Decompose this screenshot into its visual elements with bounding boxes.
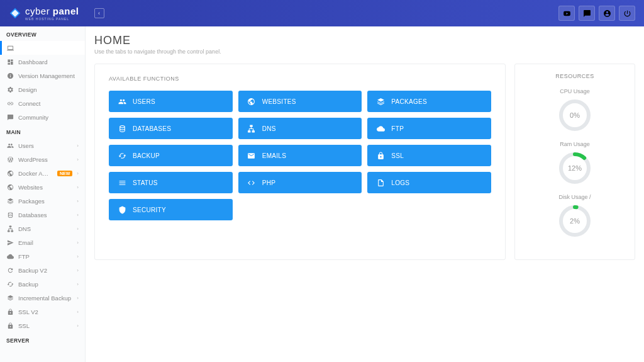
sidebar-item-version-management[interactable]: Version Management <box>0 69 85 82</box>
gauge-ring: 0% <box>558 98 592 132</box>
sidebar-item-incremental-backup[interactable]: Incremental Backup› <box>0 291 85 305</box>
bars-icon <box>118 178 126 187</box>
function-tile-logs[interactable]: LOGS <box>367 172 491 193</box>
packages-icon <box>376 97 385 106</box>
functions-card: AVAILABLE FUNCTIONS USERSWEBSITESPACKAGE… <box>94 64 506 260</box>
sidebar-item-databases[interactable]: Databases› <box>0 208 85 222</box>
youtube-icon[interactable] <box>558 6 575 21</box>
sidebar-item-label: SSL V2 <box>18 308 72 315</box>
chat-icon[interactable] <box>579 6 595 21</box>
chevron-right-icon: › <box>77 198 79 204</box>
sidebar-item-label: Version Management <box>18 72 79 79</box>
sidebar-item-label: WordPress <box>18 156 72 163</box>
sidebar-item-ssl-v2[interactable]: SSL V2› <box>0 305 85 319</box>
sidebar-item-label: Incremental Backup <box>18 295 72 302</box>
sidebar-item-wordpress[interactable]: WordPress› <box>0 152 85 166</box>
packages-icon <box>6 197 14 205</box>
chevron-right-icon: › <box>77 323 79 329</box>
code-icon <box>247 178 256 187</box>
file-icon <box>376 178 385 187</box>
users-icon <box>6 142 14 149</box>
sidebar-item-label: Packages <box>18 198 72 205</box>
sidebar-item-backup-v2[interactable]: Backup V2› <box>0 263 85 277</box>
function-tile-ssl[interactable]: SSL <box>367 145 491 166</box>
chevron-right-icon: › <box>77 268 79 273</box>
function-tile-backup[interactable]: BACKUP <box>109 145 233 166</box>
gauges-container: CPU Usage0%Ram Usage12%Disk Usage /2% <box>521 88 628 238</box>
resources-heading: RESOURCES <box>521 73 628 79</box>
sidebar-item-websites[interactable]: Websites› <box>0 180 85 194</box>
sidebar-item-label: Connect <box>18 100 79 107</box>
function-tile-websites[interactable]: WEBSITES <box>238 91 362 112</box>
link-icon <box>6 99 14 107</box>
function-tile-label: BACKUP <box>133 152 160 159</box>
power-icon[interactable] <box>619 6 635 21</box>
sidebar-item-ftp[interactable]: FTP› <box>0 249 85 263</box>
gauge-label: CPU Usage <box>560 88 590 94</box>
globe-icon <box>6 169 14 177</box>
top-actions <box>558 6 635 21</box>
function-tile-php[interactable]: PHP <box>238 172 362 193</box>
lock-icon <box>376 151 385 160</box>
sidebar-item-label: SSL <box>18 322 72 329</box>
brand: cyber panel WEB HOSTING PANEL ‹ <box>9 6 104 21</box>
function-tile-status[interactable]: STATUS <box>109 172 233 193</box>
sidebar-item-label: Design <box>18 86 79 93</box>
lock-icon <box>6 322 14 329</box>
gauge-label: Ram Usage <box>560 141 590 147</box>
sidebar-collapse-button[interactable]: ‹ <box>94 8 104 18</box>
function-tile-label: FTP <box>391 125 404 132</box>
chevron-right-icon: › <box>77 295 79 301</box>
chevron-right-icon: › <box>77 281 79 287</box>
function-tile-label: PHP <box>262 179 275 186</box>
dashboard-icon <box>6 58 14 65</box>
function-tile-label: SSL <box>391 152 404 159</box>
sidebar-section-header: MAIN <box>0 124 85 139</box>
sidebar-item-label: DNS <box>18 225 72 232</box>
sidebar-item-connect[interactable]: Connect <box>0 96 85 110</box>
sidebar-item-label: Databases <box>18 212 72 218</box>
sitemap-icon <box>247 124 256 133</box>
refresh-icon <box>6 266 14 274</box>
gauge-cpu-usage: CPU Usage0% <box>521 88 628 132</box>
gauge-ring: 12% <box>558 151 592 185</box>
sidebar-item-users[interactable]: Users› <box>0 139 85 152</box>
sidebar-item-label: Dashboard <box>18 59 79 65</box>
gear-icon <box>6 86 14 93</box>
resources-card: RESOURCES CPU Usage0%Ram Usage12%Disk Us… <box>514 64 635 260</box>
sidebar-item-backup[interactable]: Backup› <box>0 277 85 291</box>
support-icon[interactable] <box>599 6 615 21</box>
sidebar-item-email[interactable]: Email› <box>0 235 85 249</box>
sidebar-item-dashboard[interactable] <box>0 41 85 55</box>
function-tile-packages[interactable]: PACKAGES <box>367 91 491 112</box>
sidebar-item-packages[interactable]: Packages› <box>0 194 85 208</box>
function-tile-emails[interactable]: EMAILS <box>238 145 362 166</box>
gauge-disk-usage-: Disk Usage /2% <box>521 194 628 238</box>
brand-tagline: WEB HOSTING PANEL <box>25 17 79 21</box>
function-tile-ftp[interactable]: FTP <box>367 118 491 139</box>
chevron-right-icon: › <box>77 143 79 149</box>
sidebar-item-community[interactable]: Community <box>0 110 85 124</box>
functions-grid: USERSWEBSITESPACKAGESDATABASESDNSFTPBACK… <box>109 91 491 220</box>
gauge-value: 0% <box>558 98 592 132</box>
sidebar-item-label: Community <box>18 114 79 121</box>
lock-icon <box>6 308 14 315</box>
brand-logo-icon <box>9 7 21 20</box>
function-tile-users[interactable]: USERS <box>109 91 233 112</box>
sidebar-item-docker-apps[interactable]: Docker AppsNEW› <box>0 166 85 180</box>
globe-icon <box>6 183 14 191</box>
sitemap-icon <box>6 225 14 232</box>
sidebar-item-ssl[interactable]: SSL› <box>0 319 85 332</box>
function-tile-dns[interactable]: DNS <box>238 118 362 139</box>
sidebar-item-design[interactable]: Design <box>0 82 85 96</box>
sidebar-item-dashboard[interactable]: Dashboard <box>0 55 85 69</box>
gauge-value: 12% <box>558 151 592 185</box>
function-tile-databases[interactable]: DATABASES <box>109 118 233 139</box>
sidebar-item-dns[interactable]: DNS› <box>0 222 85 235</box>
function-tile-label: PACKAGES <box>391 98 427 105</box>
function-tile-security[interactable]: SECURITY <box>109 199 233 220</box>
wordpress-icon <box>6 156 14 163</box>
function-tile-label: LOGS <box>391 179 409 186</box>
database-icon <box>6 211 14 218</box>
function-tile-label: USERS <box>133 98 155 105</box>
